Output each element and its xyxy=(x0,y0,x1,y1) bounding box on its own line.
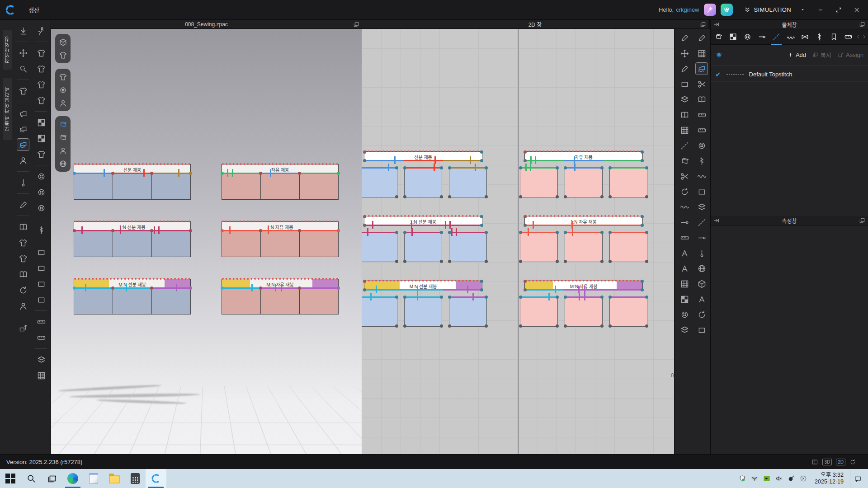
tab-fabric[interactable] xyxy=(712,29,726,45)
taskbar-app-search[interactable] xyxy=(21,469,42,488)
pattern-strip[interactable]: 1:N 자유 재봉 xyxy=(222,221,339,231)
sync-view-toggle[interactable] xyxy=(849,459,856,465)
pattern-group-m-n-free-sew[interactable]: M:N 자유 재봉 xyxy=(524,281,643,291)
pattern-piece[interactable] xyxy=(151,231,191,257)
button-tool[interactable] xyxy=(35,170,47,183)
pattern-piece[interactable] xyxy=(222,174,261,200)
curve-tool[interactable] xyxy=(678,185,691,198)
panel-d-tool[interactable] xyxy=(35,293,47,306)
pattern-piece[interactable] xyxy=(520,167,558,197)
close-button[interactable] xyxy=(850,3,863,17)
pattern-group-one-n-segment-sew[interactable]: 1:N 선분 재봉 xyxy=(364,216,482,226)
text-tool[interactable] xyxy=(678,247,691,259)
minimize-button[interactable] xyxy=(814,3,827,17)
fold-2d-tool[interactable] xyxy=(678,108,691,121)
pattern-piece[interactable] xyxy=(299,231,339,257)
collapse-arrow-icon[interactable] xyxy=(713,21,720,28)
pattern-piece[interactable] xyxy=(449,296,487,327)
pattern-piece[interactable] xyxy=(404,232,442,262)
symmetry-tool[interactable] xyxy=(17,252,29,265)
move-tool[interactable] xyxy=(17,47,29,59)
restore-button[interactable] xyxy=(832,3,845,17)
edit-pattern-tool[interactable] xyxy=(678,32,691,44)
pattern-piece[interactable] xyxy=(609,296,647,327)
sew-simulate-tool[interactable] xyxy=(17,138,29,151)
sidebar-tab-work-history[interactable]: 작업내역창 xyxy=(3,30,12,70)
pattern-piece[interactable] xyxy=(299,288,339,314)
pattern-group-m-n-segment-sew[interactable]: M:N 선분 재봉 xyxy=(364,281,482,291)
tab-buttonhole[interactable] xyxy=(755,29,769,45)
show-fabric-on[interactable] xyxy=(57,119,68,130)
seam-tool[interactable] xyxy=(678,231,691,244)
avatar-pose-tool[interactable] xyxy=(17,300,29,312)
tray-wifi-icon[interactable] xyxy=(750,474,760,483)
garment-a-tool[interactable] xyxy=(35,47,47,59)
view-garment[interactable] xyxy=(57,50,68,61)
pattern-strip[interactable]: M:N 선분 재봉 xyxy=(74,279,191,289)
uv-tool[interactable] xyxy=(35,369,47,382)
grid-tool[interactable] xyxy=(678,124,691,136)
text-2d-tool[interactable] xyxy=(695,293,708,305)
garment-b-tool[interactable] xyxy=(35,62,47,75)
tab-button[interactable] xyxy=(741,29,755,45)
solidify-tool[interactable] xyxy=(17,236,29,249)
pattern-group-m-n-segment-sew[interactable]: M:N 선분 재봉 xyxy=(74,279,191,289)
ruler-2d-tool[interactable] xyxy=(695,108,708,121)
simulation-dropdown-caret[interactable] xyxy=(796,3,809,17)
pattern-strip[interactable]: 1:N 자유 재봉 xyxy=(524,216,643,226)
pattern-strip[interactable]: 선분 재봉 xyxy=(364,151,482,161)
simulation-button[interactable]: SIMULATION xyxy=(744,6,792,14)
tab-zipper[interactable] xyxy=(812,29,827,45)
clo-set-button[interactable] xyxy=(721,4,733,16)
pattern-piece[interactable] xyxy=(449,167,487,197)
menu-item-생산[interactable]: 생산 xyxy=(23,0,68,20)
refresh-2d-tool[interactable] xyxy=(695,308,708,321)
pattern-group-free-sew[interactable]: 자유 재봉 xyxy=(524,151,643,161)
pattern-group-segment-sew[interactable]: 선분 재봉 xyxy=(74,164,191,174)
tab-trim[interactable] xyxy=(826,29,841,45)
object-window-float-icon[interactable] xyxy=(859,21,865,28)
layers-tool[interactable] xyxy=(678,93,691,106)
zipper-tool[interactable] xyxy=(35,224,47,236)
pattern-piece[interactable] xyxy=(362,232,397,262)
pattern-strip[interactable]: M:N 선분 재봉 xyxy=(364,281,482,291)
garment-d-tool[interactable] xyxy=(35,94,47,107)
panel-a-tool[interactable] xyxy=(35,246,47,258)
tray-volume-muted-icon[interactable] xyxy=(774,474,784,483)
ai-wand-button[interactable] xyxy=(704,4,716,16)
tab-scroll-right[interactable] xyxy=(861,29,867,45)
3d-view-toggle[interactable]: 3D xyxy=(822,459,832,465)
texture-shirt-tool[interactable] xyxy=(35,148,47,160)
pattern-piece[interactable] xyxy=(299,174,339,200)
notification-center-button[interactable] xyxy=(850,469,865,488)
grid-big-tool[interactable] xyxy=(678,277,691,290)
tack-2d-tool[interactable] xyxy=(695,231,708,244)
import-tool[interactable] xyxy=(17,24,29,37)
pattern-group-segment-sew[interactable]: 선분 재봉 xyxy=(364,151,482,161)
texture-2d-tool[interactable] xyxy=(678,293,691,305)
zipper-2d-tool[interactable] xyxy=(695,155,708,167)
pattern-strip[interactable]: 1:N 선분 재봉 xyxy=(74,221,191,231)
add-button[interactable]: Add xyxy=(788,52,806,58)
measure-tool[interactable] xyxy=(35,315,47,328)
pattern-group-free-sew[interactable]: 자유 재봉 xyxy=(222,164,339,174)
tray-security-shield-icon[interactable] xyxy=(737,474,747,483)
pattern-piece[interactable] xyxy=(449,232,487,262)
export-scale-tool[interactable] xyxy=(17,322,29,334)
texture-a-tool[interactable] xyxy=(35,116,47,129)
show-garment[interactable] xyxy=(57,71,68,82)
pattern-piece[interactable] xyxy=(151,174,191,200)
panel-2d-tool[interactable] xyxy=(695,324,708,336)
tray-input-device-icon[interactable] xyxy=(786,474,796,483)
sidebar-tab-modular-library[interactable]: 모듈러 라이브러리 xyxy=(3,78,12,140)
tab-scroll-left[interactable] xyxy=(855,29,861,45)
pattern-piece[interactable] xyxy=(565,167,603,197)
pattern-group-one-n-free-sew[interactable]: 1:N 자유 재봉 xyxy=(524,216,643,226)
list-item-topstitch[interactable]: ✔Default Topstitch xyxy=(711,67,868,82)
cut-tool[interactable] xyxy=(678,170,691,183)
pattern-piece[interactable] xyxy=(609,167,647,197)
tab-graphic[interactable] xyxy=(726,29,741,45)
pattern-strip[interactable]: 자유 재봉 xyxy=(524,151,643,161)
viewport-3d[interactable]: 선분 재봉자유 재봉1:N 선분 재봉1:N 자유 재봉M:N 선분 재봉M:N… xyxy=(51,29,362,454)
wave-2d-tool[interactable] xyxy=(695,170,708,183)
